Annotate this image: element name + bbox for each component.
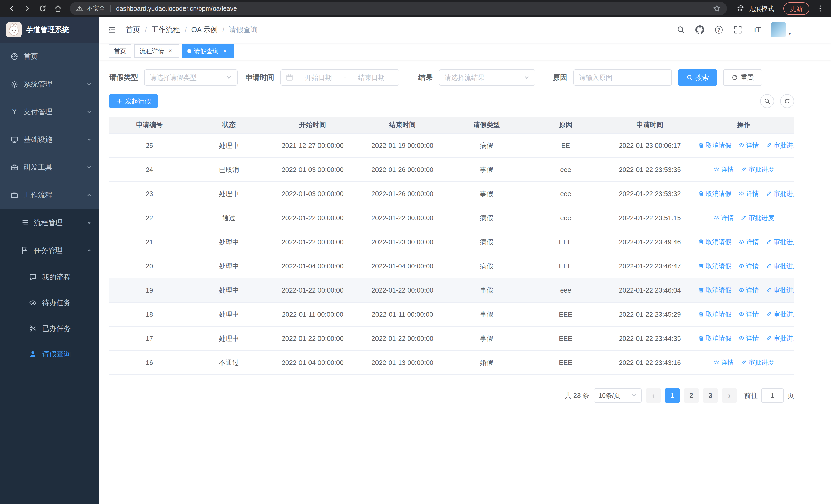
caret-down-icon: ▾ xyxy=(789,31,791,37)
active-dot-icon xyxy=(188,49,192,53)
detail-link[interactable]: 详情 xyxy=(738,189,759,198)
col-leave-type: 请假类型 xyxy=(448,117,525,134)
approval-progress-link[interactable]: 审批进度 xyxy=(741,358,774,367)
next-page-button[interactable]: › xyxy=(722,388,737,403)
browser-menu-icon[interactable] xyxy=(814,2,826,15)
sidebar-item-leave-query[interactable]: 请假查询 xyxy=(0,341,99,367)
detail-link[interactable]: 详情 xyxy=(738,262,759,270)
tab-process-detail[interactable]: 流程详情 × xyxy=(135,45,179,58)
approval-progress-link[interactable]: 审批进度 xyxy=(766,141,794,150)
prev-page-button[interactable]: ‹ xyxy=(646,388,661,403)
sidebar-item-label: 已办任务 xyxy=(42,324,71,333)
approval-progress-link[interactable]: 审批进度 xyxy=(766,189,794,198)
sidebar-item-todo-tasks[interactable]: 待办任务 xyxy=(0,290,99,316)
cancel-leave-link[interactable]: 取消请假 xyxy=(698,310,732,319)
sidebar-collapse-icon[interactable] xyxy=(99,17,125,42)
search-button[interactable]: 搜索 xyxy=(678,69,717,86)
url-divider xyxy=(110,5,111,12)
detail-link[interactable]: 详情 xyxy=(738,141,759,150)
cancel-leave-link[interactable]: 取消请假 xyxy=(698,334,732,343)
address-bar[interactable]: 不安全 dashboard.yudao.iocoder.cn/bpm/oa/le… xyxy=(70,2,727,15)
page-button-1[interactable]: 1 xyxy=(665,388,680,403)
create-leave-button[interactable]: 发起请假 xyxy=(109,94,157,108)
sidebar-logo[interactable]: 芋道管理系统 xyxy=(0,17,99,42)
sidebar-item-label: 工作流程 xyxy=(24,190,52,200)
cancel-leave-link[interactable]: 取消请假 xyxy=(698,262,732,270)
detail-link[interactable]: 详情 xyxy=(713,213,734,222)
result-select[interactable]: 请选择流结果 xyxy=(439,69,535,86)
cancel-leave-link[interactable]: 取消请假 xyxy=(698,286,732,294)
browser-reload-icon[interactable] xyxy=(36,2,49,15)
breadcrumb-workflow[interactable]: 工作流程 xyxy=(151,25,180,35)
cancel-leave-link[interactable]: 取消请假 xyxy=(698,189,732,198)
sidebar-item-payment[interactable]: ¥ 支付管理 xyxy=(0,98,99,126)
toggle-search-button[interactable] xyxy=(760,94,774,108)
approval-progress-link[interactable]: 审批进度 xyxy=(741,213,774,222)
page-button-3[interactable]: 3 xyxy=(703,388,718,403)
chevron-down-icon xyxy=(86,109,92,115)
sidebar-item-devtools[interactable]: 研发工具 xyxy=(0,153,99,181)
refresh-table-button[interactable] xyxy=(780,94,794,108)
browser-forward-icon[interactable] xyxy=(21,2,34,15)
approval-progress-link[interactable]: 审批进度 xyxy=(741,165,774,174)
leave-type-placeholder: 请选择请假类型 xyxy=(150,73,197,82)
cancel-leave-link[interactable]: 取消请假 xyxy=(698,238,732,246)
approval-progress-link[interactable]: 审批进度 xyxy=(766,310,794,319)
reason-input[interactable] xyxy=(573,69,672,86)
sidebar-item-workflow[interactable]: 工作流程 xyxy=(0,181,99,209)
approval-progress-link[interactable]: 审批进度 xyxy=(766,238,794,246)
breadcrumb-oa-example[interactable]: OA 示例 xyxy=(192,25,218,35)
approval-progress-link[interactable]: 审批进度 xyxy=(766,334,794,343)
font-size-icon[interactable]: TT xyxy=(752,25,762,35)
cell-apply-time: 2022-01-22 23:53:32 xyxy=(606,182,693,206)
github-icon[interactable] xyxy=(695,25,705,35)
search-icon xyxy=(764,98,770,105)
sidebar-item-home[interactable]: 首页 xyxy=(0,42,99,70)
cell-actions: 详情 审批进度 xyxy=(693,351,794,375)
pen-icon xyxy=(766,335,772,341)
sidebar-item-system[interactable]: 系统管理 xyxy=(0,70,99,98)
cancel-leave-link[interactable]: 取消请假 xyxy=(698,141,732,150)
leave-type-select[interactable]: 请选择请假类型 xyxy=(144,69,238,86)
sidebar-item-label: 基础设施 xyxy=(24,135,52,145)
approval-progress-link[interactable]: 审批进度 xyxy=(766,286,794,294)
browser-home-icon[interactable] xyxy=(51,2,65,15)
header-search-icon[interactable] xyxy=(676,25,686,35)
browser-update-button[interactable]: 更新 xyxy=(783,2,809,15)
detail-link[interactable]: 详情 xyxy=(738,310,759,319)
fullscreen-icon[interactable] xyxy=(733,25,743,35)
table-toolbar: 发起请假 xyxy=(109,94,794,108)
browser-back-icon[interactable] xyxy=(5,2,19,15)
cell-status: 处理中 xyxy=(190,182,268,206)
page-button-2[interactable]: 2 xyxy=(684,388,698,403)
user-menu[interactable]: ▾ xyxy=(771,22,791,37)
detail-link[interactable]: 详情 xyxy=(738,238,759,246)
breadcrumb-home[interactable]: 首页 xyxy=(126,25,140,35)
sidebar-item-process-management[interactable]: 流程管理 xyxy=(0,209,99,237)
help-icon[interactable]: ? xyxy=(714,25,724,35)
detail-link[interactable]: 详情 xyxy=(738,334,759,343)
tab-leave-query[interactable]: 请假查询 × xyxy=(182,45,233,58)
sidebar-item-task-management[interactable]: 任务管理 xyxy=(0,237,99,264)
pen-icon xyxy=(766,311,772,317)
sidebar-item-done-tasks[interactable]: 已办任务 xyxy=(0,316,99,341)
page-size-select[interactable]: 10条/页 xyxy=(594,388,641,403)
sidebar-item-infrastructure[interactable]: 基础设施 xyxy=(0,126,99,153)
cell-actions: 取消请假 详情 审批进度 xyxy=(693,326,794,351)
goto-page-input[interactable] xyxy=(761,388,784,403)
table-row: 16 不通过 2022-01-04 00:00:00 2022-01-13 00… xyxy=(109,351,794,375)
close-icon[interactable]: × xyxy=(221,48,228,55)
close-icon[interactable]: × xyxy=(167,48,174,55)
apply-time-range-picker[interactable]: 开始日期 - 结束日期 xyxy=(280,69,399,86)
tab-home[interactable]: 首页 xyxy=(109,45,132,58)
cell-leave-type: 事假 xyxy=(448,302,525,326)
chevron-down-icon xyxy=(523,75,530,81)
detail-link[interactable]: 详情 xyxy=(713,165,734,174)
bookmark-star-icon[interactable] xyxy=(713,5,721,12)
detail-link[interactable]: 详情 xyxy=(713,358,734,367)
toolbox-icon xyxy=(10,163,19,171)
detail-link[interactable]: 详情 xyxy=(738,286,759,294)
sidebar-item-my-process[interactable]: 我的流程 xyxy=(0,264,99,290)
approval-progress-link[interactable]: 审批进度 xyxy=(766,262,794,270)
reset-button[interactable]: 重置 xyxy=(723,69,762,86)
